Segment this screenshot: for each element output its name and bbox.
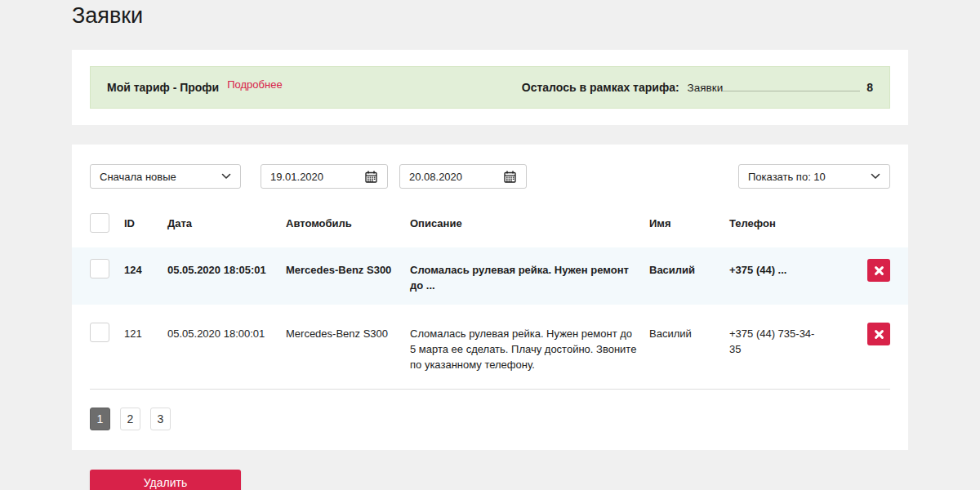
row-delete-button[interactable] — [867, 259, 890, 282]
tariff-details-link[interactable]: Подробнее — [227, 78, 282, 91]
row-checkbox[interactable] — [90, 323, 109, 342]
table-header-row: ID Дата Автомобиль Описание Имя Телефон — [72, 203, 908, 247]
cell-date: 05.05.2020 18:00:01 — [167, 323, 286, 341]
cell-phone: +375 (44) ... — [729, 259, 835, 278]
x-cross-icon — [874, 329, 884, 340]
delete-button[interactable]: Удалить — [90, 470, 241, 490]
page-container: Заявки Мой тариф - Профи Подробнее Остал… — [0, 0, 980, 490]
page-button-1[interactable]: 1 — [90, 408, 110, 430]
cell-description: Сломалась рулевая рейка. Нужен ремонт до… — [410, 259, 649, 293]
table-row: 124 05.05.2020 18:05:01 Mercedes-Benz S3… — [72, 247, 908, 305]
x-cross-icon — [874, 265, 884, 276]
cell-car: Mercedes-Benz S300 — [286, 259, 410, 278]
chevron-down-icon — [221, 173, 231, 180]
page-button-2[interactable]: 2 — [120, 408, 140, 430]
cell-car: Mercedes-Benz S300 — [286, 323, 410, 341]
table-row: 121 05.05.2020 18:00:01 Mercedes-Benz S3… — [72, 311, 908, 389]
remaining-value: 8 — [866, 81, 873, 94]
filters-row: Сначала новые 19.01.2020 — [90, 164, 890, 189]
pagination: 1 2 3 — [90, 408, 890, 430]
column-header-name: Имя — [649, 213, 729, 229]
remaining-label: Осталось в рамках тарифа: — [522, 81, 679, 94]
remaining-item-label: Заявки — [688, 82, 724, 94]
cell-name: Василий — [649, 259, 729, 278]
column-header-phone: Телефон — [729, 213, 835, 229]
cell-date: 05.05.2020 18:05:01 — [167, 259, 286, 278]
tariff-banner: Мой тариф - Профи Подробнее Осталось в р… — [90, 66, 890, 109]
tariff-remaining: Осталось в рамках тарифа: Заявки 8 — [522, 81, 873, 94]
tariff-left: Мой тариф - Профи Подробнее — [107, 81, 283, 94]
requests-card: Сначала новые 19.01.2020 — [72, 145, 908, 450]
cell-id: 121 — [124, 323, 167, 341]
chevron-down-icon — [871, 173, 880, 180]
tariff-label: Мой тариф - Профи — [107, 81, 219, 94]
cell-id: 124 — [124, 259, 167, 278]
page-button-3[interactable]: 3 — [150, 408, 171, 430]
calendar-icon — [503, 170, 517, 184]
cell-phone: +375 (44) 735-34-35 — [729, 323, 835, 357]
leader-line — [723, 82, 860, 91]
date-from-value: 19.01.2020 — [270, 171, 323, 183]
date-to-input[interactable]: 20.08.2020 — [399, 164, 527, 189]
cell-name: Василий — [649, 323, 729, 341]
per-page-select[interactable]: Показать по: 10 — [738, 164, 890, 189]
date-from-input[interactable]: 19.01.2020 — [261, 164, 388, 189]
column-header-date: Дата — [167, 213, 286, 229]
page-title: Заявки — [72, 3, 908, 29]
per-page-value: Показать по: 10 — [748, 171, 826, 183]
row-delete-button[interactable] — [867, 323, 890, 345]
column-header-description: Описание — [410, 213, 649, 229]
row-checkbox[interactable] — [90, 259, 109, 278]
calendar-icon — [364, 170, 378, 184]
sort-select[interactable]: Сначала новые — [90, 164, 241, 189]
select-all-checkbox[interactable] — [90, 213, 109, 233]
column-header-car: Автомобиль — [286, 213, 410, 229]
tariff-card: Мой тариф - Профи Подробнее Осталось в р… — [72, 50, 908, 125]
sort-select-value: Сначала новые — [100, 171, 176, 183]
table-bottom-divider — [90, 389, 890, 390]
cell-description: Сломалась рулевая рейка. Нужен ремонт до… — [410, 323, 649, 372]
date-to-value: 20.08.2020 — [409, 171, 462, 183]
column-header-id: ID — [124, 213, 167, 229]
